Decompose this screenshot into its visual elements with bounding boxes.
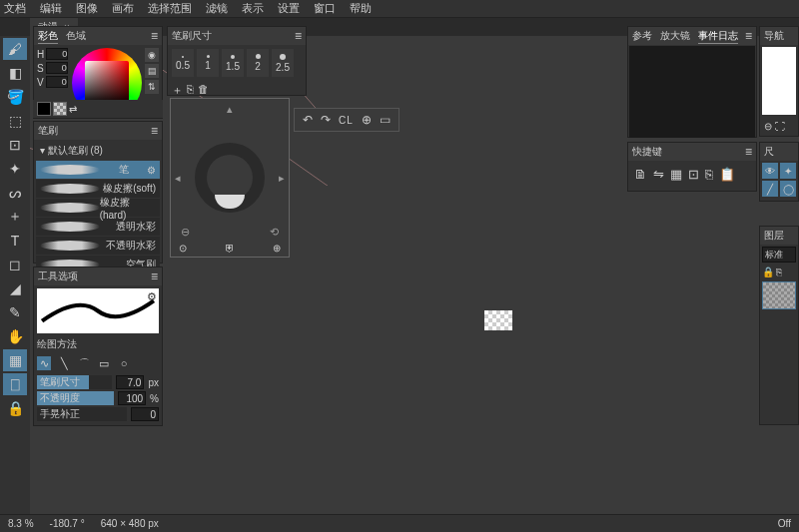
zoom-fit-icon[interactable]: ⛶ bbox=[775, 121, 785, 132]
menu-select[interactable]: 选择范围 bbox=[148, 1, 192, 16]
color-mode-icon[interactable]: ◉ bbox=[145, 48, 159, 62]
add-size-icon[interactable]: ＋ bbox=[172, 83, 183, 98]
shortcut-paste-icon[interactable]: 📋 bbox=[719, 167, 735, 182]
brush-tool[interactable]: 🖌 bbox=[3, 38, 27, 60]
panel-menu-icon[interactable]: ≡ bbox=[745, 145, 752, 159]
ruler-line-icon[interactable]: ╱ bbox=[762, 181, 778, 197]
marquee-tool[interactable]: ⊡ bbox=[3, 134, 27, 156]
rotate-icon[interactable]: ⟲ bbox=[270, 226, 279, 239]
brushsize-cell[interactable]: 2 bbox=[247, 49, 269, 77]
delete-size-icon[interactable]: 🗑 bbox=[198, 83, 209, 98]
arrow-up-icon[interactable]: ▴ bbox=[227, 103, 233, 116]
menu-canvas[interactable]: 画布 bbox=[112, 1, 134, 16]
brushsize-cell[interactable]: 1.5 bbox=[222, 49, 244, 77]
v-input[interactable] bbox=[46, 76, 68, 88]
menu-filter[interactable]: 滤镜 bbox=[206, 1, 228, 16]
panel-menu-icon[interactable]: ≡ bbox=[151, 124, 158, 138]
method-line-icon[interactable]: ╲ bbox=[57, 356, 71, 370]
redo-icon[interactable]: ↷ bbox=[321, 113, 331, 127]
bucket-tool[interactable]: 🪣 bbox=[3, 86, 27, 108]
menu-help[interactable]: 帮助 bbox=[350, 1, 372, 16]
eraser-tool[interactable]: ◧ bbox=[3, 62, 27, 84]
method-curve-icon[interactable]: ⌒ bbox=[77, 356, 91, 370]
swatches-tab[interactable]: 色域 bbox=[66, 29, 86, 44]
swatch-swap-icon[interactable]: ⇄ bbox=[69, 104, 77, 115]
nav-thumbnail[interactable] bbox=[762, 47, 796, 115]
layers-tool[interactable]: ▦ bbox=[3, 349, 27, 371]
blend-mode-select[interactable]: 标准 bbox=[762, 247, 796, 263]
shortcut-flip-icon[interactable]: ⇋ bbox=[653, 167, 664, 182]
opacity-slider[interactable]: 不透明度 bbox=[37, 391, 114, 405]
brush-ring[interactable] bbox=[195, 143, 265, 213]
color-history-icon[interactable]: ▤ bbox=[145, 64, 159, 78]
gradient-tool[interactable]: ◢ bbox=[3, 277, 27, 299]
brushsize-cell[interactable]: 2.5 bbox=[272, 49, 294, 77]
crop-tool[interactable]: ⎕ bbox=[3, 373, 27, 395]
method-freehand-icon[interactable]: ∿ bbox=[37, 356, 51, 370]
zoom-in-icon[interactable]: ⊕ bbox=[273, 243, 281, 254]
eye-icon[interactable]: 👁 bbox=[762, 163, 778, 179]
brush-item[interactable]: 橡皮擦(hard) bbox=[36, 199, 160, 217]
wand-tool[interactable]: ✦ bbox=[3, 158, 27, 180]
gear-icon[interactable]: ⚙ bbox=[147, 290, 157, 303]
shortcut-copy-icon[interactable]: ⎘ bbox=[705, 167, 713, 182]
rotation[interactable]: -180.7 ° bbox=[50, 518, 85, 529]
menu-image[interactable]: 图像 bbox=[76, 1, 98, 16]
ruler-perspective-icon[interactable]: ✦ bbox=[780, 163, 796, 179]
menu-edit[interactable]: 编辑 bbox=[40, 1, 62, 16]
shortcut-save-icon[interactable]: 🗎 bbox=[634, 167, 647, 182]
zoom-out-icon[interactable]: ⊖ bbox=[181, 226, 190, 239]
zoom-fit-icon[interactable]: ⊙ bbox=[179, 243, 187, 254]
size-slider[interactable]: 笔刷尺寸 bbox=[37, 375, 112, 389]
zoom-out-icon[interactable]: ⊖ bbox=[764, 121, 772, 132]
eyedropper-tool[interactable]: ✎ bbox=[3, 301, 27, 323]
color-swap-icon[interactable]: ⇅ bbox=[145, 80, 159, 94]
panel-menu-icon[interactable]: ≡ bbox=[151, 269, 158, 283]
brush-folder[interactable]: ▾ 默认笔刷 (8) bbox=[36, 142, 160, 160]
shield-icon[interactable]: ⛨ bbox=[225, 243, 235, 254]
brush-item[interactable]: 不透明水彩 bbox=[36, 237, 160, 255]
shortcut-reset-icon[interactable]: ⊡ bbox=[688, 167, 699, 182]
magnifier-tab[interactable]: 放大镜 bbox=[660, 29, 690, 44]
zoom-level[interactable]: 8.3 % bbox=[8, 518, 34, 529]
shape-tool[interactable]: ◻ bbox=[3, 254, 27, 275]
eventlog-tab[interactable]: 事件日志 bbox=[698, 29, 738, 44]
ref-tab[interactable]: 参考 bbox=[632, 29, 652, 44]
brushsize-cell[interactable]: 1 bbox=[197, 49, 219, 77]
arrow-right-icon[interactable]: ▸ bbox=[279, 172, 285, 185]
panel-menu-icon[interactable]: ≡ bbox=[151, 29, 158, 43]
screen-icon[interactable]: ▭ bbox=[380, 113, 391, 127]
arrow-left-icon[interactable]: ◂ bbox=[175, 172, 181, 185]
lasso-tool[interactable]: ᔕ bbox=[3, 182, 27, 204]
brushsize-cell[interactable]: 0.5 bbox=[172, 49, 194, 77]
target-icon[interactable]: ⊕ bbox=[362, 113, 372, 127]
bg-swatch[interactable] bbox=[53, 102, 67, 116]
clip-icon[interactable]: ⎘ bbox=[776, 266, 782, 277]
shortcut-grid-icon[interactable]: ▦ bbox=[670, 167, 682, 182]
layer-thumbnail[interactable] bbox=[762, 281, 796, 309]
menu-window[interactable]: 窗口 bbox=[314, 1, 336, 16]
opacity-value[interactable]: 100 bbox=[118, 391, 146, 405]
brush-popup[interactable]: ▴ ◂ ▸ ⊖ ⟲ ⊙⛨⊕ bbox=[170, 98, 290, 258]
dotted-tool[interactable]: ⬚ bbox=[3, 110, 27, 132]
method-rect-icon[interactable]: ▭ bbox=[97, 356, 111, 370]
jitter-value[interactable]: 0 bbox=[131, 407, 159, 421]
jitter-slider[interactable]: 手晃补正 bbox=[37, 407, 127, 421]
color-tab[interactable]: 彩色 bbox=[38, 29, 58, 44]
hand-tool[interactable]: ✋ bbox=[3, 325, 27, 347]
size-value[interactable]: 7.0 bbox=[116, 375, 144, 389]
brush-item[interactable]: 笔⚙ bbox=[36, 161, 160, 179]
panel-menu-icon[interactable]: ≡ bbox=[295, 29, 302, 43]
h-input[interactable] bbox=[46, 48, 68, 60]
text-tool[interactable]: T bbox=[3, 230, 27, 252]
menu-view[interactable]: 表示 bbox=[242, 1, 264, 16]
undo-icon[interactable]: ↶ bbox=[303, 113, 313, 127]
lock-icon[interactable]: 🔒 bbox=[762, 266, 774, 277]
clear-button[interactable]: CL bbox=[339, 115, 354, 126]
ruler-ellipse-icon[interactable]: ◯ bbox=[780, 181, 796, 197]
s-input[interactable] bbox=[46, 62, 68, 74]
panel-menu-icon[interactable]: ≡ bbox=[745, 29, 752, 43]
brush-item[interactable]: 透明水彩 bbox=[36, 218, 160, 236]
lock-tool[interactable]: 🔒 bbox=[3, 397, 27, 419]
copy-size-icon[interactable]: ⎘ bbox=[187, 83, 194, 98]
